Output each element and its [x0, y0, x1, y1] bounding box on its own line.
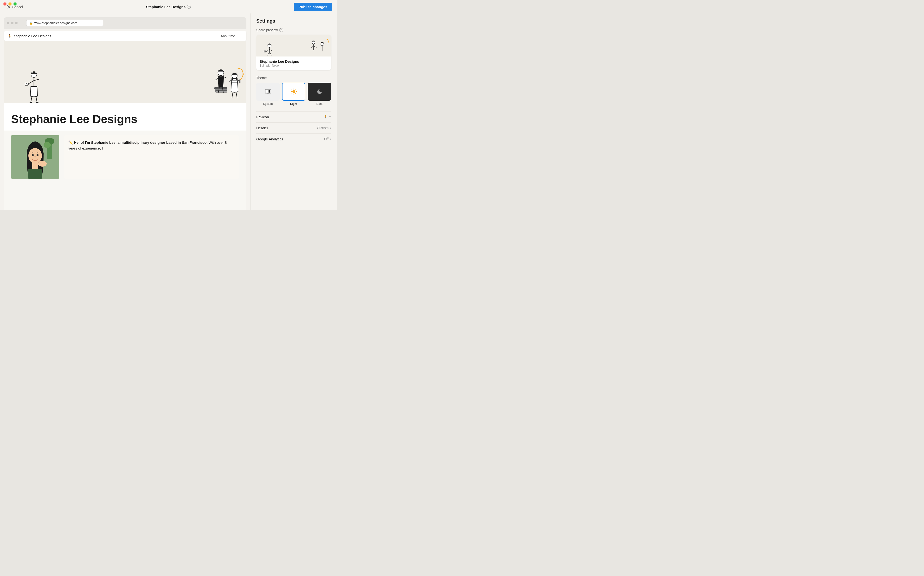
svg-point-61: [292, 90, 295, 93]
page-title-section: Stephanie Lee Designs: [4, 103, 246, 131]
svg-rect-59: [268, 90, 270, 93]
preview-site-title: Stephanie Lee Designs: [260, 59, 328, 64]
intro-bold-text: Hello! I'm Stephanie Lee, a multidiscipl…: [74, 141, 207, 144]
favicon-icon: 🧍: [323, 115, 327, 119]
url-bar-wrapper: → 🔒 www.stephanieleedesigns.com: [20, 20, 244, 26]
theme-light-option[interactable]: Light: [282, 83, 305, 106]
minimize-traffic-light[interactable]: [8, 2, 11, 6]
svg-point-38: [38, 161, 47, 166]
svg-point-33: [43, 142, 51, 148]
theme-dark-label: Dark: [316, 102, 322, 106]
pencil-emoji: ✏️: [68, 141, 74, 144]
url-bar[interactable]: 🔒 www.stephanieleedesigns.com: [26, 20, 103, 26]
preview-card-hero: [256, 35, 331, 56]
url-text: www.stephanieleedesigns.com: [34, 21, 77, 25]
main-container: → 🔒 www.stephanieleedesigns.com 🧍 Stepha…: [0, 13, 337, 210]
nav-bar: 🧍 Stephanie Lee Designs ← About me ···: [4, 31, 246, 41]
svg-point-36: [32, 154, 34, 156]
google-analytics-chevron-icon: ›: [330, 137, 331, 141]
browser-dots: [7, 22, 18, 24]
svg-line-69: [292, 93, 292, 93]
header-label: Header: [256, 126, 268, 130]
url-lock-icon: 🔒: [29, 21, 33, 25]
svg-rect-15: [215, 91, 227, 92]
svg-line-68: [295, 90, 296, 90]
svg-line-24: [232, 91, 233, 98]
theme-dark-option[interactable]: Dark: [308, 83, 331, 106]
svg-rect-13: [215, 87, 228, 89]
close-icon: [7, 5, 10, 8]
svg-line-9: [36, 96, 37, 102]
url-arrow: →: [20, 21, 24, 26]
svg-point-54: [321, 43, 324, 46]
browser-dot-1: [7, 22, 10, 24]
share-preview-section: Share preview ?: [256, 28, 331, 32]
settings-panel: Settings Share preview ?: [250, 13, 337, 210]
preview-site-sub: Built with Notion: [260, 64, 328, 67]
header-row[interactable]: Header Custom ›: [256, 122, 331, 133]
nav-more-menu[interactable]: ···: [237, 34, 242, 38]
nav-back-button[interactable]: ←: [215, 34, 218, 38]
browser-dot-2: [11, 22, 13, 24]
character-right-illustration: [210, 65, 244, 103]
light-theme-icon: [290, 88, 297, 95]
browser-dot-3: [15, 22, 18, 24]
close-traffic-light[interactable]: [3, 2, 6, 6]
google-analytics-value: Off ›: [324, 137, 331, 141]
favicon-dropdown-chevron: ∨: [329, 115, 331, 118]
browser-chrome: → 🔒 www.stephanieleedesigns.com: [4, 17, 246, 29]
theme-dark-box: [308, 83, 331, 101]
nav-site-title: Stephanie Lee Designs: [14, 34, 51, 38]
favicon-row[interactable]: Favicon 🧍 ∨: [256, 111, 331, 122]
header-chevron-icon: ›: [330, 126, 331, 130]
site-title-large: Stephanie Lee Designs: [11, 113, 239, 126]
svg-line-67: [295, 93, 296, 93]
theme-options: System Light: [256, 83, 331, 106]
google-analytics-value-text: Off: [324, 137, 329, 141]
page-title-wrapper: Stephanie Lee Designs ?: [146, 5, 191, 9]
page-content: Stephanie Lee Designs: [4, 41, 246, 210]
publish-button[interactable]: Publish changes: [294, 3, 332, 11]
svg-line-5: [34, 79, 39, 80]
nav-left: 🧍 Stephanie Lee Designs: [8, 34, 51, 38]
help-icon[interactable]: ?: [187, 5, 191, 9]
favicon-label: Favicon: [256, 115, 269, 119]
fullscreen-traffic-light[interactable]: [13, 2, 17, 6]
theme-system-box: [256, 83, 280, 101]
svg-point-35: [28, 148, 42, 163]
svg-line-66: [292, 90, 292, 90]
top-bar: Cancel Stephanie Lee Designs ? Publish c…: [0, 0, 337, 13]
intro-text: ✏️ Hello! I'm Stephanie Lee, a multidisc…: [68, 140, 235, 151]
google-analytics-row[interactable]: Google Analytics Off ›: [256, 133, 331, 144]
page-title: Stephanie Lee Designs: [146, 5, 186, 9]
svg-rect-26: [239, 80, 241, 83]
svg-rect-58: [266, 90, 268, 93]
traffic-lights: [3, 2, 17, 6]
favicon-value: 🧍 ∨: [323, 115, 331, 119]
character-left-illustration: [23, 70, 45, 103]
share-preview-label: Share preview: [256, 28, 278, 32]
theme-light-label: Light: [290, 102, 297, 106]
svg-line-25: [236, 91, 237, 98]
theme-system-option[interactable]: System: [256, 83, 280, 106]
browser-preview-area: → 🔒 www.stephanieleedesigns.com 🧍 Stepha…: [0, 13, 250, 210]
svg-line-4: [28, 80, 34, 84]
svg-line-8: [31, 96, 32, 102]
settings-title: Settings: [256, 18, 331, 24]
content-grid: ✏️ Hello! I'm Stephanie Lee, a multidisc…: [4, 131, 246, 183]
intro-text-block: ✏️ Hello! I'm Stephanie Lee, a multidisc…: [64, 135, 239, 179]
share-preview-help-icon[interactable]: ?: [279, 28, 283, 32]
nav-right: ← About me ···: [215, 34, 242, 38]
svg-rect-14: [215, 89, 227, 91]
profile-photo: [11, 135, 59, 179]
svg-rect-40: [28, 169, 42, 179]
theme-system-label: System: [263, 102, 273, 106]
dark-theme-icon: [317, 89, 322, 94]
profile-photo-block: [11, 135, 59, 179]
svg-rect-41: [256, 36, 331, 56]
system-theme-icon: [265, 89, 271, 94]
svg-rect-60: [267, 93, 269, 94]
about-me-link[interactable]: About me: [221, 34, 235, 38]
preview-card-body: Stephanie Lee Designs Built with Notion: [256, 56, 331, 70]
preview-card: Stephanie Lee Designs Built with Notion: [256, 35, 331, 70]
